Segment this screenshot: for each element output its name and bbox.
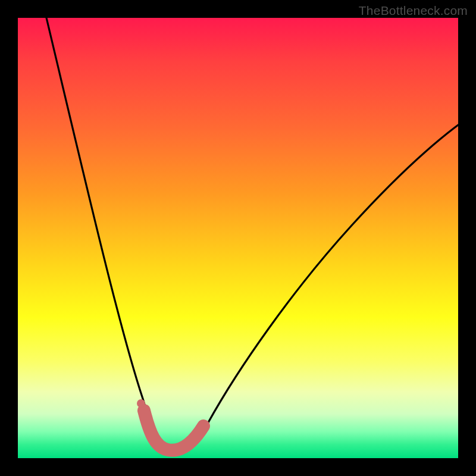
chart-svg — [18, 18, 458, 458]
highlight-band — [144, 411, 203, 450]
annotation-dot — [137, 399, 145, 408]
bottleneck-curve — [46, 18, 458, 450]
watermark-text: TheBottleneck.com — [359, 4, 468, 18]
plot-area — [18, 18, 458, 458]
